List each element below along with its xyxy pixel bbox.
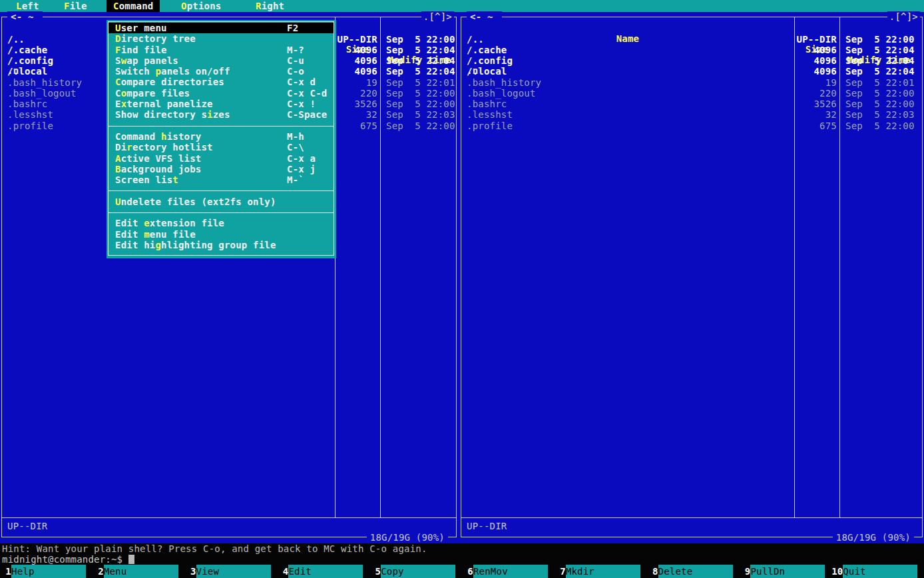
file-row[interactable]: .bash_history19Sep 5 22:01 <box>461 77 922 88</box>
hotkey-letter: L <box>16 1 22 11</box>
menu-item-show-directory-sizes[interactable]: Show directory sizesC-Space <box>109 109 334 120</box>
fkey-mkdir[interactable]: 7Mkdir <box>555 565 647 578</box>
file-name: .bash_history <box>467 77 541 88</box>
label-fragment: ser menu <box>121 23 167 33</box>
label-fragment: ind file <box>121 45 167 55</box>
menu-item-label: Edit extension file <box>115 218 224 228</box>
menu-item-user-menu[interactable]: User menuF2 <box>109 23 334 33</box>
fkey-label: Delete <box>658 565 733 578</box>
shell-prompt-line[interactable]: midnight@commander:~$ <box>2 554 134 565</box>
right-panel-ministatus: UP--DIR <box>467 521 507 531</box>
hotkey-letter: B <box>115 164 121 174</box>
menubar: Left File Command Options Right <box>0 0 924 12</box>
file-size: 3526 <box>793 99 837 109</box>
menu-item-label: Switch panels on/off <box>115 66 230 77</box>
fkey-number: 3 <box>185 565 196 578</box>
file-row[interactable]: /.local4096Sep 5 22:04 <box>461 66 922 77</box>
menu-item-undelete-files[interactable]: Undelete files (ext2fs only) <box>109 196 334 207</box>
label-fragment: Edit hi <box>115 240 155 250</box>
menubar-item-options[interactable]: Options <box>181 0 221 12</box>
ministatus-separator <box>461 517 922 518</box>
menu-item-external-panelize[interactable]: External panelizeC-x ! <box>109 99 334 109</box>
hotkey-letter: C <box>113 1 119 11</box>
menu-item-find-file[interactable]: Find fileM-? <box>109 45 334 55</box>
file-mtime: Sep 5 22:04 <box>386 55 455 66</box>
file-name: .bash_history <box>7 77 82 88</box>
label-fragment: ectory hotlist <box>132 142 213 152</box>
fkey-delete[interactable]: 8Delete <box>647 565 740 578</box>
menu-item-active-vfs-list[interactable]: Active VFS listC-x a <box>109 153 334 164</box>
menu-item-label: Background jobs <box>115 164 201 174</box>
file-size: 19 <box>334 77 377 88</box>
file-row[interactable]: .bashrc3526Sep 5 22:00 <box>461 99 922 109</box>
label-text: ight <box>262 1 285 11</box>
right-panel-file-list: /..UP--DIRSep 5 22:00 /.cache4096Sep 5 2… <box>461 34 922 131</box>
menu-item-label: Command history <box>115 131 201 142</box>
label-fragment: irectory tree <box>121 33 196 44</box>
fkey-help[interactable]: 1Help <box>0 565 93 578</box>
file-name: /.cache <box>467 45 507 55</box>
menu-item-compare-directories[interactable]: Compare directoriesC-x d <box>109 77 334 87</box>
hotkey-letter: e <box>144 218 150 228</box>
hotkey-letter: p <box>155 66 161 77</box>
file-row[interactable]: .lesshst32Sep 5 22:03 <box>461 109 922 120</box>
menubar-item-right[interactable]: Right <box>256 0 284 12</box>
file-mtime: Sep 5 22:04 <box>386 66 455 77</box>
right-panel-nav-buttons[interactable]: .[^]> <box>887 11 920 22</box>
menu-item-background-jobs[interactable]: Background jobsC-x j <box>109 164 334 174</box>
fkey-pulldn[interactable]: 9PullDn <box>739 565 831 578</box>
file-mtime: Sep 5 22:00 <box>845 34 915 45</box>
menu-item-edit-extension-file[interactable]: Edit extension file <box>109 218 334 228</box>
menu-item-shortcut: C-x a <box>287 153 316 164</box>
hotkey-letter: m <box>144 229 150 240</box>
menu-item-compare-files[interactable]: Compare filesC-x C-d <box>109 88 334 99</box>
file-name: /.cache <box>7 45 47 55</box>
menu-item-edit-highlighting-group-file[interactable]: Edit highlighting group file <box>109 240 334 250</box>
file-row[interactable]: .bash_logout220Sep 5 22:00 <box>461 88 922 99</box>
label-fragment: enu file <box>150 229 196 240</box>
menubar-item-file[interactable]: File <box>64 0 87 12</box>
menu-item-directory-hotlist[interactable]: Directory hotlistC-\ <box>109 142 334 152</box>
fkey-renmov[interactable]: 6RenMov <box>462 565 555 578</box>
menu-item-shortcut: C-Space <box>287 109 327 120</box>
file-mtime: Sep 5 22:04 <box>845 55 915 66</box>
menu-item-label: Find file <box>115 45 167 55</box>
menu-item-edit-menu-file[interactable]: Edit menu file <box>109 229 334 240</box>
hotkey-letter: C <box>115 77 121 87</box>
fkey-number: 6 <box>462 565 473 578</box>
hotkey-letter: D <box>115 33 121 44</box>
fkey-edit[interactable]: 4Edit <box>277 565 369 578</box>
left-panel-nav-buttons[interactable]: .[^]> <box>421 11 454 22</box>
right-panel-column-headers: Name Size Modify time .n <box>461 23 922 33</box>
left-panel-path: <- ~ <box>7 11 43 22</box>
file-name: .profile <box>467 121 513 131</box>
file-size: 4096 <box>334 45 377 55</box>
fkey-menu[interactable]: 2Menu <box>93 565 185 578</box>
file-row[interactable]: /.config4096Sep 5 22:04 <box>461 55 922 66</box>
menubar-item-left[interactable]: Left <box>16 0 39 12</box>
fkey-view[interactable]: 3View <box>185 565 278 578</box>
label-fragment: xtension file <box>150 218 224 228</box>
file-name: .bash_logout <box>467 88 536 99</box>
file-size: 675 <box>334 121 377 131</box>
hotkey-letter: i <box>207 109 213 120</box>
fkey-label: View <box>196 565 271 578</box>
menubar-item-command[interactable]: Command <box>107 0 160 12</box>
file-size: 4096 <box>793 55 837 66</box>
menu-item-switch-panels[interactable]: Switch panels on/offC-o <box>109 66 334 77</box>
fkey-quit[interactable]: 10Quit <box>831 565 924 578</box>
file-row[interactable]: /.cache4096Sep 5 22:04 <box>461 45 922 55</box>
file-mtime: Sep 5 22:01 <box>386 77 455 88</box>
label-fragment: E <box>115 99 121 109</box>
menu-item-directory-tree[interactable]: Directory tree <box>109 33 334 44</box>
file-size: UP--DIR <box>334 34 377 45</box>
file-row[interactable]: .profile675Sep 5 22:00 <box>461 121 922 131</box>
file-row[interactable]: /..UP--DIRSep 5 22:00 <box>461 34 922 45</box>
file-size: 4096 <box>793 66 837 77</box>
menu-item-swap-panels[interactable]: Swap panelsC-u <box>109 55 334 66</box>
menu-item-command-history[interactable]: Command historyM-h <box>109 131 334 142</box>
right-panel: <- ~ .[^]> Name Size Modify time .n /..U… <box>459 12 924 543</box>
label-fragment: S <box>115 55 121 66</box>
menu-item-screen-list[interactable]: Screen listM-` <box>109 174 334 185</box>
fkey-copy[interactable]: 5Copy <box>369 565 462 578</box>
